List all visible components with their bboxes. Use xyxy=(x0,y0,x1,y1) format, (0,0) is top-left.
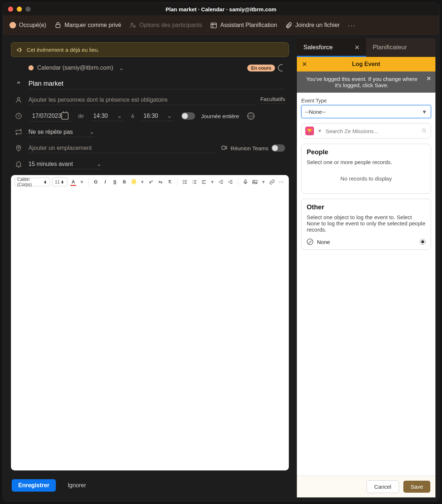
scheduling-assistant-label: Assistant Planification xyxy=(220,22,277,28)
italic-button[interactable]: I xyxy=(102,178,109,186)
svg-point-9 xyxy=(183,182,183,182)
recurrence-select[interactable]: Ne se répète pas ⌄ xyxy=(28,127,94,137)
paperclip-icon xyxy=(285,22,292,29)
dismiss-notice-icon[interactable]: ✕ xyxy=(426,75,431,82)
underline-button[interactable]: S xyxy=(111,178,119,186)
date-input[interactable]: 17/07/2023 xyxy=(30,111,71,121)
tab-salesforce[interactable]: Salesforce ✕ xyxy=(297,38,366,57)
chevron-down-icon[interactable]: ▾ xyxy=(261,178,266,186)
side-panel: Salesforce ✕ Planificateur ✕ Log Event Y… xyxy=(297,38,435,497)
tab-planificateur[interactable]: Planificateur xyxy=(366,38,435,57)
description-textarea[interactable] xyxy=(11,189,289,470)
availability-label: Occupé(e) xyxy=(19,22,46,28)
discard-label: Ignorer xyxy=(67,482,86,488)
participant-options-button[interactable]: Options des participants xyxy=(129,22,202,29)
event-type-label: Event Type xyxy=(301,98,431,104)
end-time-text: 16:30 xyxy=(143,113,158,119)
bold-button[interactable]: G xyxy=(92,178,99,186)
location-placeholder: Ajouter un emplacement xyxy=(28,145,92,151)
superscript-button[interactable]: x² xyxy=(147,178,155,186)
svg-point-8 xyxy=(183,180,183,181)
tab-salesforce-label: Salesforce xyxy=(303,44,333,51)
editor-toolbar: Calibri (Corps) ▴▾ 11 ▴▾ A ▾ G I S S ▾ xyxy=(11,175,289,189)
availability-status[interactable]: Occupé(e) xyxy=(9,22,46,28)
spinner-icon: ▴▾ xyxy=(61,180,65,184)
do-not-disturb-icon[interactable] xyxy=(278,64,285,71)
sf-save-button[interactable]: Save xyxy=(403,481,430,493)
other-card: Other Select one object to log the event… xyxy=(301,199,431,250)
discard-button[interactable]: Ignorer xyxy=(61,479,93,492)
event-title-input[interactable]: Plan market xyxy=(28,78,285,89)
close-tab-icon[interactable]: ✕ xyxy=(354,44,360,51)
svg-rect-0 xyxy=(56,24,60,27)
start-time-input[interactable]: 14:30 ⌄ xyxy=(91,111,124,121)
titlebar: Plan market · Calendar · samiy@itbrm.com xyxy=(3,3,439,15)
svg-point-4 xyxy=(18,97,20,100)
calendar-selector[interactable]: Calendar (samiy@itbrm.com) ⌄ xyxy=(28,63,241,73)
side-tabs: Salesforce ✕ Planificateur xyxy=(297,38,435,57)
zoom-window-button[interactable] xyxy=(26,7,31,12)
teams-toggle[interactable] xyxy=(271,144,285,152)
insert-link-button[interactable] xyxy=(268,178,276,186)
font-family-select[interactable]: Calibri (Corps) ▴▾ xyxy=(15,178,50,186)
chevron-down-icon: ⌄ xyxy=(167,112,172,119)
scheduling-assistant-button[interactable]: Assistant Planification xyxy=(210,22,277,29)
save-button[interactable]: Enregistrer xyxy=(12,479,56,492)
chevron-down-icon[interactable]: ▼ xyxy=(318,128,322,133)
reminder-select[interactable]: 15 minutes avant ⌄ xyxy=(28,159,101,169)
all-day-toggle[interactable] xyxy=(181,112,195,120)
insert-image-button[interactable] xyxy=(251,178,259,186)
editor-more-button[interactable]: ··· xyxy=(278,178,285,186)
teams-label: Réunion Teams xyxy=(230,145,268,151)
event-type-value: --None-- xyxy=(305,109,326,115)
chevron-down-icon: ⌄ xyxy=(97,160,101,167)
timezone-icon[interactable] xyxy=(247,112,255,120)
highlight-button[interactable] xyxy=(130,178,137,186)
subscript-button[interactable]: x₂ xyxy=(157,178,164,186)
sf-search-input[interactable] xyxy=(326,128,418,134)
sf-close-icon[interactable]: ✕ xyxy=(302,61,307,68)
indent-button[interactable] xyxy=(227,178,234,186)
strikethrough-button[interactable]: S xyxy=(121,178,128,186)
chevron-down-icon: ⌄ xyxy=(89,128,94,135)
minimize-window-button[interactable] xyxy=(17,7,22,12)
required-attendees-input[interactable]: Ajouter les personnes dont la présence e… xyxy=(28,95,255,105)
svg-rect-3 xyxy=(211,23,216,28)
other-subtitle: Select one object to log the event to. S… xyxy=(307,214,426,233)
other-title: Other xyxy=(307,203,426,211)
align-button[interactable] xyxy=(200,178,208,186)
search-icon xyxy=(421,128,427,135)
numbered-list-button[interactable] xyxy=(191,178,198,186)
outdent-button[interactable] xyxy=(217,178,225,186)
chevron-down-icon[interactable]: ▾ xyxy=(140,178,145,186)
banner-text: Cet événement a déjà eu lieu. xyxy=(27,47,99,53)
font-size-select[interactable]: 11 ▴▾ xyxy=(52,178,67,186)
dictate-button[interactable] xyxy=(242,178,249,186)
sf-cancel-label: Cancel xyxy=(374,484,391,490)
quote-icon: ❝ xyxy=(15,80,23,88)
close-window-button[interactable] xyxy=(8,7,13,12)
status-dot-icon xyxy=(9,22,16,28)
more-actions-button[interactable]: ··· xyxy=(348,21,356,30)
sf-cancel-button[interactable]: Cancel xyxy=(367,480,399,493)
event-type-select[interactable]: --None-- ▼ xyxy=(301,105,431,118)
font-color-button[interactable]: A xyxy=(70,178,77,186)
chevron-down-icon[interactable]: ▾ xyxy=(210,178,215,186)
mark-private-button[interactable]: Marquer comme privé xyxy=(54,22,121,29)
optional-attendees-link[interactable]: Facultatifs xyxy=(260,96,285,102)
window-title: Plan market · Calendar · samiy@itbrm.com xyxy=(166,6,276,12)
end-time-input[interactable]: 16:30 ⌄ xyxy=(141,111,174,121)
bullet-list-button[interactable] xyxy=(181,178,189,186)
event-title-text: Plan market xyxy=(28,80,63,88)
chevron-down-icon[interactable]: ▾ xyxy=(79,178,85,186)
attach-file-button[interactable]: Joindre un fichier xyxy=(285,22,340,29)
other-none-option[interactable]: None xyxy=(307,236,426,245)
svg-point-10 xyxy=(183,183,183,183)
clock-icon xyxy=(15,112,23,120)
sf-notice: You've logged this event. If you change … xyxy=(297,71,435,93)
clear-format-button[interactable] xyxy=(166,178,174,186)
location-input[interactable]: Ajouter un emplacement xyxy=(28,143,215,153)
sf-save-label: Save xyxy=(411,484,423,490)
svg-point-2 xyxy=(133,26,135,27)
sf-header-title: Log Event xyxy=(352,61,380,67)
